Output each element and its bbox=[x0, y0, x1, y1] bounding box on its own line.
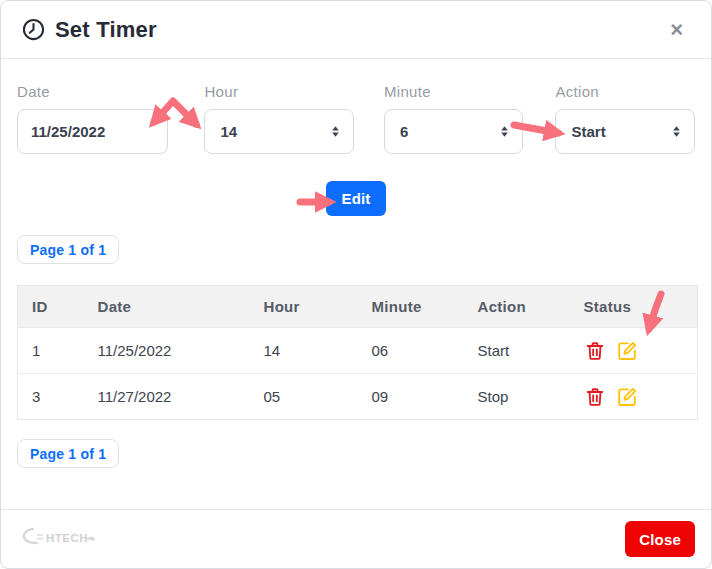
col-header-action: Action bbox=[464, 286, 570, 328]
minute-select-value: 6 bbox=[400, 123, 408, 140]
cell-minute: 09 bbox=[358, 374, 464, 420]
date-label: Date bbox=[17, 83, 168, 100]
col-header-date: Date bbox=[84, 286, 250, 328]
action-label: Action bbox=[555, 83, 695, 100]
table-row: 1 11/25/2022 14 06 Start bbox=[18, 328, 698, 374]
up-down-spinner-icon bbox=[671, 124, 682, 139]
modal-header: Set Timer × bbox=[1, 1, 711, 59]
pagination-top[interactable]: Page 1 of 1 bbox=[17, 235, 119, 264]
date-input[interactable] bbox=[17, 109, 168, 154]
up-down-spinner-icon bbox=[330, 124, 341, 139]
htech-logo: HTECH bbox=[17, 522, 103, 556]
modal-body: Date Hour 14 Minute 6 bbox=[1, 59, 711, 509]
col-header-id: ID bbox=[18, 286, 84, 328]
timers-table: ID Date Hour Minute Action Status 1 11/2… bbox=[17, 285, 698, 420]
clock-icon bbox=[21, 17, 46, 42]
edit-pencil-square-icon[interactable] bbox=[616, 386, 638, 408]
table-row: 3 11/27/2022 05 09 Stop bbox=[18, 374, 698, 420]
cell-action: Start bbox=[464, 328, 570, 374]
cell-hour: 05 bbox=[250, 374, 358, 420]
modal-title: Set Timer bbox=[55, 17, 157, 43]
col-header-hour: Hour bbox=[250, 286, 358, 328]
col-header-minute: Minute bbox=[358, 286, 464, 328]
action-select-value: Start bbox=[571, 123, 605, 140]
modal-footer: HTECH Close bbox=[1, 509, 711, 568]
cell-minute: 06 bbox=[358, 328, 464, 374]
close-icon[interactable]: × bbox=[662, 15, 691, 45]
trash-icon[interactable] bbox=[584, 386, 606, 408]
hour-select[interactable]: 14 bbox=[204, 109, 353, 154]
minute-label: Minute bbox=[384, 83, 524, 100]
cell-date: 11/27/2022 bbox=[84, 374, 250, 420]
edit-pencil-square-icon[interactable] bbox=[616, 340, 638, 362]
minute-select[interactable]: 6 bbox=[384, 109, 524, 154]
cell-action: Stop bbox=[464, 374, 570, 420]
action-select[interactable]: Start bbox=[555, 109, 695, 154]
col-header-status: Status bbox=[570, 286, 698, 328]
cell-date: 11/25/2022 bbox=[84, 328, 250, 374]
pagination-bottom[interactable]: Page 1 of 1 bbox=[17, 439, 119, 468]
up-down-spinner-icon bbox=[499, 124, 510, 139]
timer-form: Date Hour 14 Minute 6 bbox=[17, 83, 695, 154]
cell-id: 1 bbox=[18, 328, 84, 374]
close-button[interactable]: Close bbox=[625, 521, 695, 557]
table-header-row: ID Date Hour Minute Action Status bbox=[18, 286, 698, 328]
hour-select-value: 14 bbox=[220, 123, 237, 140]
trash-icon[interactable] bbox=[584, 340, 606, 362]
edit-button[interactable]: Edit bbox=[326, 181, 385, 216]
cell-id: 3 bbox=[18, 374, 84, 420]
cell-hour: 14 bbox=[250, 328, 358, 374]
set-timer-modal: Set Timer × Date Hour 14 Minute bbox=[0, 0, 712, 569]
hour-label: Hour bbox=[204, 83, 353, 100]
logo-text: HTECH bbox=[46, 532, 88, 544]
